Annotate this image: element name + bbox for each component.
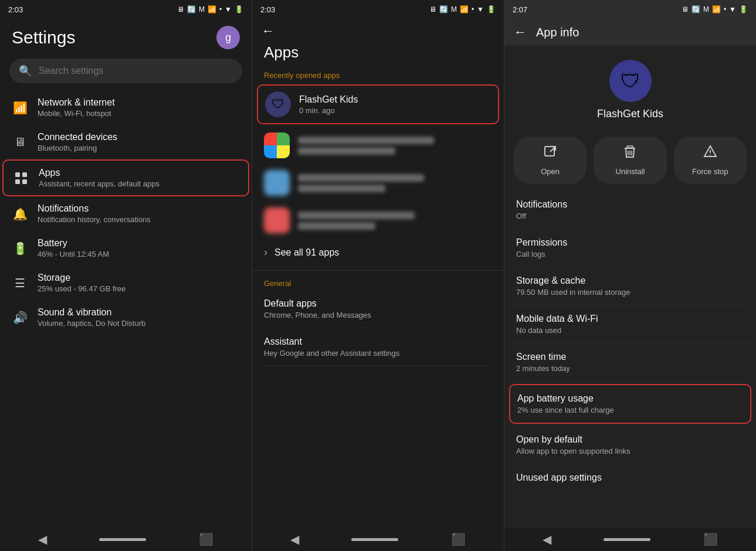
settings-list: 📶 Network & internet Mobile, Wi-Fi, hots… — [0, 90, 252, 528]
connected-icon: 🖥 — [12, 134, 28, 151]
settings-item-network[interactable]: 📶 Network & internet Mobile, Wi-Fi, hots… — [2, 90, 249, 125]
search-bar[interactable]: 🔍 — [9, 59, 242, 83]
status-icons-1: 🖥 🔄 M 📶 • ▼ 🔋 — [177, 5, 243, 13]
svg-rect-3 — [22, 179, 27, 184]
info-row-screen-time[interactable]: Screen time 2 minutes today — [509, 343, 751, 382]
screen-icon-2: 🖥 — [429, 5, 436, 13]
connected-title: Connected devices — [38, 132, 117, 142]
see-all-text: See all 91 apps — [274, 247, 339, 258]
settings-item-connected[interactable]: 🖥 Connected devices Bluetooth, pairing — [2, 125, 249, 159]
battery-sub: 46% - Until 12:45 AM — [38, 250, 109, 259]
force-stop-icon — [703, 145, 717, 162]
default-apps-title: Default apps — [264, 298, 492, 309]
app-item-blurred-2[interactable] — [252, 164, 504, 202]
appinfo-topbar: ← App info — [504, 19, 756, 46]
back-arrow-2[interactable]: ← — [262, 23, 274, 39]
sound-title: Sound & vibration — [38, 307, 145, 318]
home-indicator-3[interactable] — [604, 538, 650, 541]
permissions-row-title: Permissions — [516, 237, 744, 248]
flashget-sub: 0 min. ago — [299, 106, 358, 115]
info-row-permissions[interactable]: Permissions Call logs — [509, 229, 751, 267]
uninstall-label: Uninstall — [616, 167, 645, 176]
general-item-default-apps[interactable]: Default apps Chrome, Phone, and Messages — [264, 290, 492, 328]
home-indicator-1[interactable] — [99, 538, 146, 541]
info-row-mobile-data[interactable]: Mobile data & Wi-Fi No data used — [509, 305, 751, 343]
app-item-blurred-1[interactable] — [252, 127, 504, 164]
apps-panel: 2:03 🖥 🔄 M 📶 • ▼ 🔋 ← Apps Recently opene… — [252, 0, 504, 551]
appinfo-back-arrow[interactable]: ← — [514, 25, 527, 40]
svg-rect-1 — [22, 172, 27, 177]
battery-icon-2: 🔋 — [487, 5, 496, 13]
open-default-row-title: Open by default — [516, 434, 744, 445]
general-item-assistant[interactable]: Assistant Hey Google and other Assistant… — [264, 328, 492, 366]
status-time-3: 2:07 — [513, 5, 527, 14]
connected-sub: Bluetooth, pairing — [38, 144, 117, 152]
back-nav-btn-2[interactable]: ◀ — [290, 532, 299, 546]
apps-icon — [13, 170, 29, 186]
appinfo-actions: Open Uninstall — [504, 130, 756, 191]
back-nav-btn-3[interactable]: ◀ — [543, 532, 551, 546]
nav-bar-3: ◀ ⬛ — [504, 528, 756, 551]
appinfo-panel: 2:07 🖥 🔄 M 📶 • ▼ 🔋 ← App info 🛡 FlashGet… — [504, 0, 756, 551]
svg-point-13 — [710, 154, 711, 155]
open-default-row-sub: Allow app to open supported links — [516, 447, 744, 455]
status-icons-2: 🖥 🔄 M 📶 • ▼ 🔋 — [429, 5, 496, 13]
settings-item-sound[interactable]: 🔊 Sound & vibration Volume, haptics, Do … — [2, 300, 249, 335]
appinfo-hero: 🛡 FlashGet Kids — [504, 46, 756, 130]
force-stop-button[interactable]: Force stop — [674, 137, 747, 184]
info-row-battery-usage[interactable]: App battery usage 2% use since last full… — [509, 384, 751, 424]
search-icon: 🔍 — [19, 64, 32, 77]
open-label: Open — [541, 167, 560, 176]
recents-nav-btn-1[interactable]: ⬛ — [199, 532, 213, 546]
screen-time-row-title: Screen time — [516, 352, 744, 362]
network-title: Network & internet — [38, 97, 115, 108]
screen-icon: 🖥 — [177, 5, 184, 13]
info-row-unused[interactable]: Unused app settings — [509, 464, 751, 492]
force-stop-label: Force stop — [692, 167, 728, 176]
info-row-notifications[interactable]: Notifications Off — [509, 191, 751, 229]
settings-title: Settings — [12, 28, 75, 47]
blurred-line-2a — [298, 174, 424, 182]
recents-nav-btn-2[interactable]: ⬛ — [451, 532, 466, 546]
mobile-data-row-sub: No data used — [516, 326, 744, 335]
battery-title: Battery — [38, 238, 109, 249]
settings-item-storage[interactable]: ☰ Storage 25% used - 96.47 GB free — [2, 266, 249, 300]
recents-nav-btn-3[interactable]: ⬛ — [703, 532, 718, 546]
info-row-open-default[interactable]: Open by default Allow app to open suppor… — [509, 426, 751, 464]
screen-icon-3: 🖥 — [682, 5, 689, 13]
mobile-data-row-title: Mobile data & Wi-Fi — [516, 314, 744, 324]
home-indicator-2[interactable] — [351, 538, 398, 541]
storage-row-sub: 79.50 MB used in internal storage — [516, 288, 744, 297]
appinfo-app-name: FlashGet Kids — [597, 108, 663, 120]
avatar[interactable]: g — [216, 26, 240, 49]
default-apps-sub: Chrome, Phone, and Messages — [264, 311, 492, 319]
mail-icon-2: M — [451, 5, 457, 13]
permissions-row-sub: Call logs — [516, 250, 744, 259]
status-time-2: 2:03 — [260, 5, 275, 14]
search-input[interactable] — [39, 66, 233, 76]
sim-icon-2: 📶 — [460, 5, 469, 13]
open-button[interactable]: Open — [514, 137, 587, 184]
chevron-right-icon: › — [264, 246, 267, 259]
notifications-row-sub: Off — [516, 212, 744, 220]
network-sub: Mobile, Wi-Fi, hotspot — [38, 109, 115, 118]
settings-item-battery[interactable]: 🔋 Battery 46% - Until 12:45 AM — [2, 231, 249, 266]
settings-item-notifications[interactable]: 🔔 Notifications Notification history, co… — [2, 196, 249, 231]
blurred-line-1b — [298, 147, 395, 155]
back-nav-btn-1[interactable]: ◀ — [38, 532, 47, 546]
see-all-row[interactable]: › See all 91 apps — [252, 239, 504, 266]
uninstall-button[interactable]: Uninstall — [594, 137, 666, 184]
unused-row-title: Unused app settings — [516, 472, 744, 483]
network-icon: 📶 — [12, 100, 28, 116]
battery-usage-row-title: App battery usage — [517, 393, 743, 404]
info-row-storage[interactable]: Storage & cache 79.50 MB used in interna… — [509, 267, 751, 305]
status-bar-1: 2:03 🖥 🔄 M 📶 • ▼ 🔋 — [0, 0, 252, 19]
app-item-flashget[interactable]: 🛡 FlashGet Kids 0 min. ago — [257, 84, 499, 124]
nav-bar-1: ◀ ⬛ — [0, 528, 252, 551]
settings-item-apps[interactable]: Apps Assistant, recent apps, default app… — [2, 159, 249, 196]
wifi-icon-3: ▼ — [729, 5, 736, 13]
storage-settings-icon: ☰ — [12, 275, 28, 291]
svg-rect-0 — [15, 172, 20, 177]
app-item-blurred-3[interactable] — [252, 202, 504, 239]
appinfo-app-icon: 🛡 — [609, 60, 652, 102]
